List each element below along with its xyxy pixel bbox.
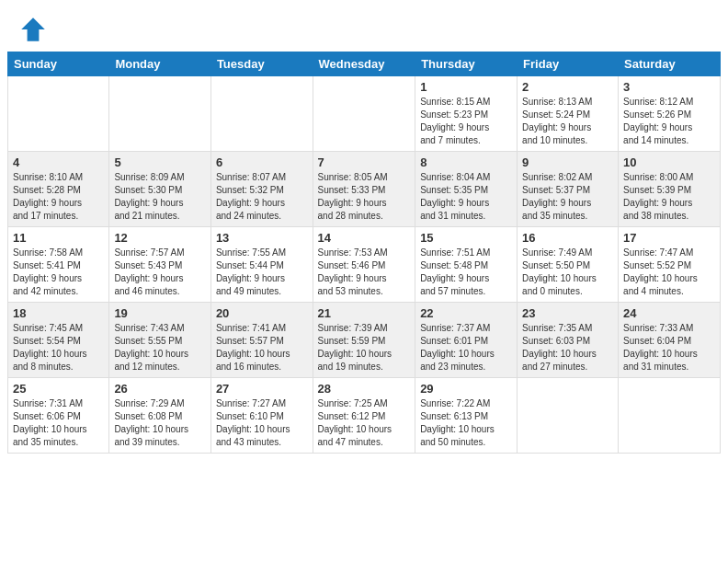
calendar-cell: 17Sunrise: 7:47 AM Sunset: 5:52 PM Dayli… xyxy=(619,227,721,303)
day-number: 29 xyxy=(420,382,512,396)
day-number: 10 xyxy=(623,155,715,169)
day-info: Sunrise: 8:12 AM Sunset: 5:26 PM Dayligh… xyxy=(623,96,715,147)
calendar-header: Sunday Monday Tuesday Wednesday Thursday… xyxy=(8,52,721,76)
calendar-cell: 7Sunrise: 8:05 AM Sunset: 5:33 PM Daylig… xyxy=(313,152,415,227)
day-info: Sunrise: 8:02 AM Sunset: 5:37 PM Dayligh… xyxy=(522,171,613,223)
day-number: 9 xyxy=(522,155,613,169)
day-number: 3 xyxy=(623,80,715,94)
day-info: Sunrise: 8:15 AM Sunset: 5:23 PM Dayligh… xyxy=(420,96,512,147)
day-number: 11 xyxy=(13,231,104,245)
day-info: Sunrise: 7:22 AM Sunset: 6:13 PM Dayligh… xyxy=(420,397,512,449)
day-info: Sunrise: 7:27 AM Sunset: 6:10 PM Dayligh… xyxy=(216,397,308,449)
calendar-cell xyxy=(8,76,109,152)
weekday-header-row: Sunday Monday Tuesday Wednesday Thursday… xyxy=(8,52,721,76)
calendar-week-row: 1Sunrise: 8:15 AM Sunset: 5:23 PM Daylig… xyxy=(8,76,721,152)
day-info: Sunrise: 7:31 AM Sunset: 6:06 PM Dayligh… xyxy=(13,397,104,449)
day-number: 1 xyxy=(420,80,512,94)
day-number: 22 xyxy=(420,306,512,320)
logo xyxy=(18,15,51,44)
day-info: Sunrise: 8:10 AM Sunset: 5:28 PM Dayligh… xyxy=(13,171,104,223)
calendar-cell: 12Sunrise: 7:57 AM Sunset: 5:43 PM Dayli… xyxy=(109,227,211,303)
header-friday: Friday xyxy=(518,52,619,76)
calendar-cell: 19Sunrise: 7:43 AM Sunset: 5:55 PM Dayli… xyxy=(109,303,211,378)
calendar-cell: 29Sunrise: 7:22 AM Sunset: 6:13 PM Dayli… xyxy=(415,378,518,454)
calendar-cell: 3Sunrise: 8:12 AM Sunset: 5:26 PM Daylig… xyxy=(619,76,721,152)
day-number: 14 xyxy=(318,231,411,245)
calendar-cell: 28Sunrise: 7:25 AM Sunset: 6:12 PM Dayli… xyxy=(313,378,415,454)
day-number: 19 xyxy=(114,306,206,320)
calendar-cell: 9Sunrise: 8:02 AM Sunset: 5:37 PM Daylig… xyxy=(518,152,619,227)
day-number: 12 xyxy=(114,231,206,245)
calendar-cell: 18Sunrise: 7:45 AM Sunset: 5:54 PM Dayli… xyxy=(8,303,109,378)
header-monday: Monday xyxy=(109,52,211,76)
day-info: Sunrise: 7:41 AM Sunset: 5:57 PM Dayligh… xyxy=(216,322,308,373)
day-info: Sunrise: 8:05 AM Sunset: 5:33 PM Dayligh… xyxy=(318,171,411,223)
calendar-cell: 1Sunrise: 8:15 AM Sunset: 5:23 PM Daylig… xyxy=(415,76,518,152)
day-number: 25 xyxy=(13,382,104,396)
calendar-cell: 11Sunrise: 7:58 AM Sunset: 5:41 PM Dayli… xyxy=(8,227,109,303)
logo-icon xyxy=(18,15,48,44)
calendar-cell: 20Sunrise: 7:41 AM Sunset: 5:57 PM Dayli… xyxy=(210,303,313,378)
day-number: 2 xyxy=(522,80,613,94)
day-info: Sunrise: 8:04 AM Sunset: 5:35 PM Dayligh… xyxy=(420,171,512,223)
day-info: Sunrise: 7:37 AM Sunset: 6:01 PM Dayligh… xyxy=(420,322,512,373)
day-number: 4 xyxy=(13,155,104,169)
day-number: 16 xyxy=(522,231,613,245)
day-info: Sunrise: 7:55 AM Sunset: 5:44 PM Dayligh… xyxy=(216,247,308,298)
day-info: Sunrise: 7:58 AM Sunset: 5:41 PM Dayligh… xyxy=(13,247,104,298)
calendar-cell: 23Sunrise: 7:35 AM Sunset: 6:03 PM Dayli… xyxy=(518,303,619,378)
calendar-cell: 15Sunrise: 7:51 AM Sunset: 5:48 PM Dayli… xyxy=(415,227,518,303)
day-number: 5 xyxy=(114,155,206,169)
day-number: 26 xyxy=(114,382,206,396)
day-info: Sunrise: 8:13 AM Sunset: 5:24 PM Dayligh… xyxy=(522,96,613,147)
day-number: 15 xyxy=(420,231,512,245)
day-info: Sunrise: 7:43 AM Sunset: 5:55 PM Dayligh… xyxy=(114,322,206,373)
header-sunday: Sunday xyxy=(8,52,109,76)
day-info: Sunrise: 7:39 AM Sunset: 5:59 PM Dayligh… xyxy=(318,322,411,373)
calendar-cell: 6Sunrise: 8:07 AM Sunset: 5:32 PM Daylig… xyxy=(210,152,313,227)
calendar-cell: 14Sunrise: 7:53 AM Sunset: 5:46 PM Dayli… xyxy=(313,227,415,303)
calendar-week-row: 18Sunrise: 7:45 AM Sunset: 5:54 PM Dayli… xyxy=(8,303,721,378)
svg-marker-0 xyxy=(21,17,45,41)
calendar-cell: 24Sunrise: 7:33 AM Sunset: 6:04 PM Dayli… xyxy=(619,303,721,378)
day-info: Sunrise: 8:00 AM Sunset: 5:39 PM Dayligh… xyxy=(623,171,715,223)
calendar-cell: 26Sunrise: 7:29 AM Sunset: 6:08 PM Dayli… xyxy=(109,378,211,454)
calendar-cell: 22Sunrise: 7:37 AM Sunset: 6:01 PM Dayli… xyxy=(415,303,518,378)
day-number: 8 xyxy=(420,155,512,169)
day-number: 21 xyxy=(318,306,411,320)
calendar-cell: 2Sunrise: 8:13 AM Sunset: 5:24 PM Daylig… xyxy=(518,76,619,152)
day-number: 7 xyxy=(318,155,411,169)
day-number: 6 xyxy=(216,155,308,169)
calendar-cell xyxy=(619,378,721,454)
calendar-cell: 4Sunrise: 8:10 AM Sunset: 5:28 PM Daylig… xyxy=(8,152,109,227)
calendar-cell: 13Sunrise: 7:55 AM Sunset: 5:44 PM Dayli… xyxy=(210,227,313,303)
calendar-cell: 27Sunrise: 7:27 AM Sunset: 6:10 PM Dayli… xyxy=(210,378,313,454)
day-info: Sunrise: 7:53 AM Sunset: 5:46 PM Dayligh… xyxy=(318,247,411,298)
page-header xyxy=(0,0,728,52)
day-info: Sunrise: 8:07 AM Sunset: 5:32 PM Dayligh… xyxy=(216,171,308,223)
header-tuesday: Tuesday xyxy=(210,52,313,76)
header-saturday: Saturday xyxy=(619,52,721,76)
calendar-week-row: 4Sunrise: 8:10 AM Sunset: 5:28 PM Daylig… xyxy=(8,152,721,227)
day-info: Sunrise: 7:49 AM Sunset: 5:50 PM Dayligh… xyxy=(522,247,613,298)
day-number: 28 xyxy=(318,382,411,396)
calendar-table: Sunday Monday Tuesday Wednesday Thursday… xyxy=(7,52,721,454)
header-thursday: Thursday xyxy=(415,52,518,76)
calendar-cell xyxy=(109,76,211,152)
calendar-cell: 8Sunrise: 8:04 AM Sunset: 5:35 PM Daylig… xyxy=(415,152,518,227)
calendar-cell: 25Sunrise: 7:31 AM Sunset: 6:06 PM Dayli… xyxy=(8,378,109,454)
day-info: Sunrise: 8:09 AM Sunset: 5:30 PM Dayligh… xyxy=(114,171,206,223)
day-info: Sunrise: 7:45 AM Sunset: 5:54 PM Dayligh… xyxy=(13,322,104,373)
calendar-cell: 5Sunrise: 8:09 AM Sunset: 5:30 PM Daylig… xyxy=(109,152,211,227)
day-info: Sunrise: 7:33 AM Sunset: 6:04 PM Dayligh… xyxy=(623,322,715,373)
calendar-body: 1Sunrise: 8:15 AM Sunset: 5:23 PM Daylig… xyxy=(8,76,721,454)
header-wednesday: Wednesday xyxy=(313,52,415,76)
day-info: Sunrise: 7:29 AM Sunset: 6:08 PM Dayligh… xyxy=(114,397,206,449)
day-number: 17 xyxy=(623,231,715,245)
day-number: 23 xyxy=(522,306,613,320)
day-number: 13 xyxy=(216,231,308,245)
day-number: 24 xyxy=(623,306,715,320)
day-info: Sunrise: 7:25 AM Sunset: 6:12 PM Dayligh… xyxy=(318,397,411,449)
day-info: Sunrise: 7:57 AM Sunset: 5:43 PM Dayligh… xyxy=(114,247,206,298)
calendar-cell: 21Sunrise: 7:39 AM Sunset: 5:59 PM Dayli… xyxy=(313,303,415,378)
